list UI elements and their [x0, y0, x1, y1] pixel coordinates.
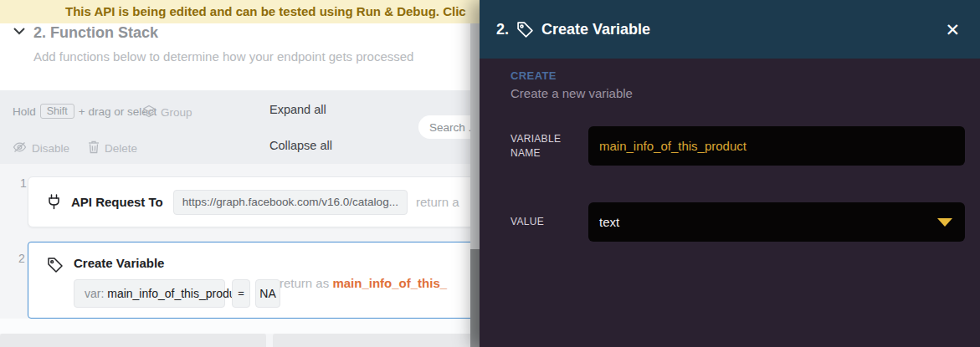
hold-shift-hint: Hold Shift + drag or select [13, 104, 156, 119]
return-as-text: return as main_info_of_this_ [280, 276, 497, 290]
disable-button[interactable]: Disable [13, 140, 69, 156]
variable-name-input[interactable] [588, 126, 965, 166]
row-number: 1 [20, 176, 27, 190]
next-section-card-right [273, 334, 480, 347]
return-as-value: main_info_of_this_ [332, 276, 447, 290]
panel-body: CREATE Create a new variable VARIABLE NA… [480, 59, 980, 242]
expand-all-button[interactable]: Expand all [269, 103, 326, 116]
tag-icon [516, 21, 534, 38]
function-stack-toolbar: Hold Shift + drag or select Group Disabl… [0, 90, 480, 164]
return-as-prefix: return as [280, 276, 332, 290]
hold-label: Hold [13, 105, 36, 118]
return-as-truncated: return a [416, 195, 459, 209]
plug-icon [47, 194, 61, 210]
app-screen: This API is being edited and can be test… [0, 0, 980, 347]
value-type-selected: text [599, 215, 619, 229]
function-row-api-request[interactable]: API Request To https://graph.facebook.co… [28, 176, 496, 227]
function-stack-title: 2. Function Stack [33, 24, 158, 42]
function-row-create-variable[interactable]: Create Variable var: main_info_of_this_p… [28, 242, 496, 319]
value-pill[interactable]: NA [255, 279, 280, 308]
function-title: Create Variable [74, 256, 164, 270]
var-name: main_info_of_this_product [107, 287, 244, 300]
create-section-label: CREATE [511, 69, 965, 82]
next-section-card-left [0, 334, 266, 347]
value-row: VALUE text [511, 202, 965, 242]
layers-icon [142, 105, 156, 120]
function-title: API Request To [71, 195, 163, 209]
scrollbar-thumb[interactable] [470, 249, 480, 347]
group-label: Group [161, 106, 192, 119]
panel-title: Create Variable [541, 21, 650, 38]
disable-label: Disable [32, 142, 69, 155]
panel-header: 2. Create Variable ✕ [480, 0, 980, 59]
shift-keycap: Shift [40, 104, 74, 119]
variable-name-row: VARIABLE NAME [511, 126, 965, 166]
group-button[interactable]: Group [142, 105, 192, 120]
value-label: VALUE [511, 215, 588, 228]
close-icon[interactable]: ✕ [942, 18, 963, 42]
create-variable-panel: 2. Create Variable ✕ CREATE Create a new… [480, 0, 980, 347]
panel-step-number: 2. [496, 21, 509, 38]
collapse-all-button[interactable]: Collapse all [269, 139, 332, 152]
equals-pill[interactable]: = [232, 279, 250, 308]
eye-off-icon [13, 140, 27, 156]
variable-name-pill[interactable]: var: main_info_of_this_product [74, 279, 225, 308]
tag-icon [47, 257, 64, 273]
trash-icon [88, 140, 100, 156]
variable-name-label: VARIABLE NAME [511, 132, 588, 159]
var-prefix: var: [85, 287, 104, 300]
api-url-pill[interactable]: https://graph.facebook.com/v16.0/catalog… [173, 190, 408, 215]
value-type-dropdown[interactable]: text [588, 202, 965, 242]
list-gap [0, 319, 480, 334]
delete-button[interactable]: Delete [88, 140, 137, 156]
edit-banner-text: This API is being edited and can be test… [0, 0, 466, 23]
create-section-description: Create a new variable [511, 86, 965, 100]
chevron-down-icon[interactable] [13, 28, 25, 35]
delete-label: Delete [105, 142, 137, 155]
row-number: 2 [18, 252, 25, 265]
chevron-down-icon [937, 218, 952, 227]
function-stack-subtitle: Add functions below to determine how you… [33, 49, 413, 64]
